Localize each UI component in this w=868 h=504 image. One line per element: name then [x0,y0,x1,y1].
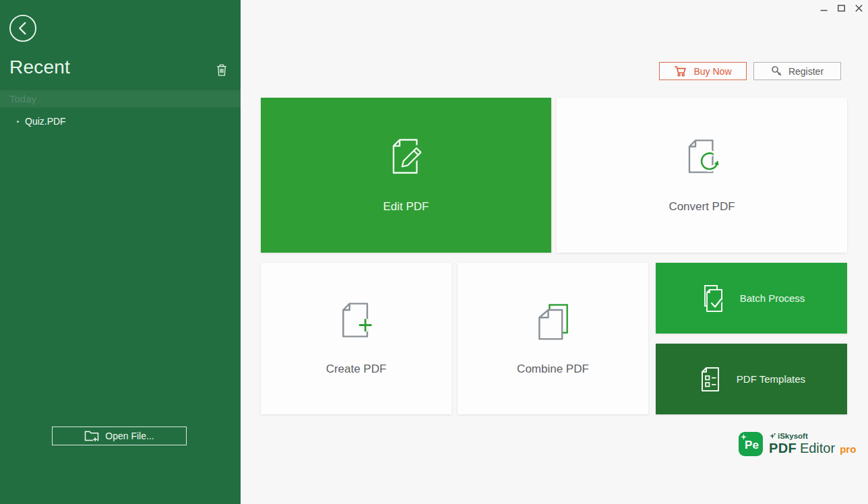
trash-icon [216,63,229,77]
company-name: iSkysoft [778,432,808,440]
logo-monogram: Pe [745,439,759,452]
register-label: Register [788,66,824,77]
window-controls [819,3,864,13]
tile-combine-pdf[interactable]: Combine PDF [458,263,648,414]
document-pencil-icon [387,137,426,176]
minimize-icon [819,3,828,13]
app-window: Recent Today Quiz.PDF [0,0,868,504]
tile-label: Convert PDF [669,200,735,214]
brand-text: iSkysoft PDF Editor pro [769,432,856,456]
close-icon [855,3,863,13]
document-plus-icon [336,300,377,340]
bullet-dot-icon [17,121,19,123]
tile-label: Batch Process [740,292,805,304]
star-figure-icon [769,433,776,440]
logo-mark: Pe [739,432,763,456]
document-refresh-icon [683,137,722,176]
brand-logo: Pe iSkysoft PDF Editor pro [739,432,856,456]
back-button[interactable] [9,14,37,42]
product-name-regular: Editor [800,441,835,456]
documents-overlap-icon [533,300,574,340]
maximize-button[interactable] [836,3,846,13]
minimize-button[interactable] [819,3,829,13]
open-file-label: Open File... [105,431,154,441]
close-button[interactable] [854,3,864,13]
recent-file-name: Quiz.PDF [25,116,66,127]
recent-section-today: Today [0,90,241,108]
chevron-left-circle-icon [9,14,37,42]
maximize-icon [837,3,846,13]
recent-file-item[interactable]: Quiz.PDF [0,113,241,129]
clear-recent-button[interactable] [216,63,229,77]
shopping-cart-icon [674,65,687,77]
product-name-bold: PDF [769,441,797,456]
tile-batch-process[interactable]: Batch Process [656,263,847,334]
section-label: Today [9,90,241,107]
buy-now-label: Buy Now [693,66,731,77]
recent-sidebar: Recent Today Quiz.PDF [0,0,241,504]
tile-label: Combine PDF [517,363,589,376]
register-button[interactable]: Register [753,62,841,80]
tile-create-pdf[interactable]: Create PDF [261,263,452,414]
open-file-button[interactable]: Open File... [52,427,187,445]
recent-title: Recent [9,57,70,78]
document-form-icon [698,366,722,393]
edition-badge: pro [840,443,856,455]
tile-label: PDF Templates [737,373,805,385]
key-icon [771,65,782,77]
tile-label: Edit PDF [383,200,429,214]
tile-convert-pdf[interactable]: Convert PDF [557,98,847,253]
tile-pdf-templates[interactable]: PDF Templates [656,344,847,414]
documents-check-icon [698,284,725,313]
tile-edit-pdf[interactable]: Edit PDF [261,98,551,253]
folder-plus-icon [84,430,99,442]
tile-label: Create PDF [326,363,387,376]
buy-now-button[interactable]: Buy Now [659,62,747,80]
sidebar-header: Recent [0,57,241,84]
